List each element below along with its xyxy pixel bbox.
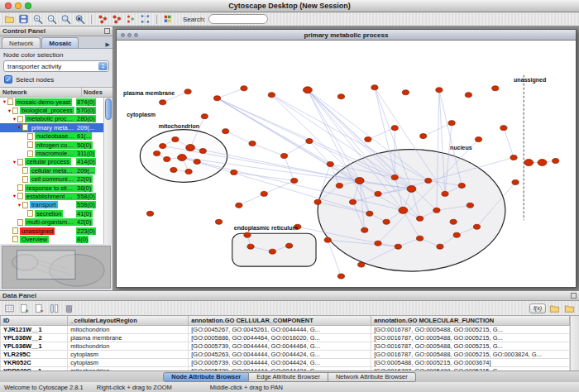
network-node[interactable] <box>213 96 220 101</box>
expand-twisty-icon[interactable]: ▼ <box>12 117 17 122</box>
tree-row[interactable]: unassigned223(0) <box>0 227 103 235</box>
network-node[interactable] <box>492 86 499 91</box>
network-node[interactable] <box>186 145 195 151</box>
tree-row[interactable]: multi-organism pr...42(0) <box>0 218 103 226</box>
tab-overflow-arrow-icon[interactable]: ▶ <box>103 41 112 48</box>
network-node[interactable] <box>223 129 229 134</box>
export-attributes-icon[interactable] <box>563 303 576 314</box>
network-node[interactable] <box>383 219 390 224</box>
network-node[interactable] <box>553 159 559 164</box>
network-node[interactable] <box>442 191 448 196</box>
tree-row[interactable]: nucleobase-co...61(... <box>0 132 103 141</box>
network-node[interactable] <box>510 155 517 160</box>
tree-row[interactable]: ▼mosaic-demo-yeast874(0) <box>0 98 103 106</box>
network-node[interactable] <box>436 88 443 93</box>
network-node[interactable] <box>184 89 191 94</box>
close-button[interactable] <box>5 2 12 9</box>
node-color-dropdown[interactable]: transporter activity ▲▼ <box>3 60 109 72</box>
search-input[interactable] <box>208 14 268 24</box>
network-node[interactable] <box>402 90 409 95</box>
tree-row[interactable]: secretion41(0) <box>0 209 103 218</box>
network-node[interactable] <box>280 154 287 159</box>
network-node[interactable] <box>366 211 373 216</box>
network-node[interactable] <box>420 134 427 139</box>
tree-column-network[interactable]: Network <box>0 88 82 97</box>
tab-network[interactable]: Network <box>2 37 41 48</box>
network-node[interactable] <box>286 243 293 248</box>
table-scrollbar[interactable] <box>570 316 579 370</box>
network-node[interactable] <box>247 244 254 249</box>
network-node[interactable] <box>337 274 344 279</box>
network-node[interactable] <box>425 178 432 183</box>
network-node[interactable] <box>391 126 398 131</box>
float-data-panel-icon[interactable] <box>571 293 577 299</box>
vizmapper-icon[interactable] <box>162 13 175 25</box>
network-node[interactable] <box>450 219 457 224</box>
tab-mosaic[interactable]: Mosaic <box>41 37 79 48</box>
column-header[interactable]: ID <box>1 316 68 325</box>
match-attribute-icon[interactable] <box>48 303 60 314</box>
network-node[interactable] <box>303 87 312 93</box>
window-titlebar[interactable]: Cytoscape Desktop (New Session) <box>0 0 579 12</box>
network-node[interactable] <box>458 183 465 188</box>
expand-twisty-icon[interactable]: ▼ <box>2 99 7 104</box>
network-node[interactable] <box>512 179 519 184</box>
zoom-button[interactable] <box>25 2 31 9</box>
delete-attribute-icon[interactable] <box>33 303 45 314</box>
network-node[interactable] <box>306 139 313 144</box>
frame-maximize-button[interactable] <box>134 33 138 37</box>
network-view-titlebar[interactable]: primary metabolic process <box>117 30 576 41</box>
network-node[interactable] <box>417 236 423 241</box>
tree-row[interactable]: ▼biological_process570(0) <box>0 106 103 114</box>
network-node[interactable] <box>336 183 342 188</box>
tree-row[interactable]: ▼metabolic process280(0) <box>0 115 103 123</box>
network-node[interactable] <box>199 149 206 154</box>
table-row[interactable]: YJR121W__1mitochondrion[GO:0045267, GO:0… <box>1 325 570 333</box>
network-node[interactable] <box>201 114 208 119</box>
column-header[interactable]: _cellularLayoutRegion <box>68 316 189 325</box>
network-node[interactable] <box>236 203 242 208</box>
formula-builder-button[interactable]: f(x) <box>529 304 546 313</box>
network-node[interactable] <box>355 177 364 184</box>
expand-twisty-icon[interactable]: ▼ <box>12 194 17 198</box>
network-node[interactable] <box>327 162 333 167</box>
network-node[interactable] <box>395 244 401 249</box>
tab-network-attribute-browser[interactable]: Network Attribute Browser <box>328 372 416 382</box>
network-node[interactable] <box>194 160 200 165</box>
network-node[interactable] <box>358 262 365 267</box>
frame-close-button[interactable] <box>121 33 125 37</box>
network-node[interactable] <box>314 199 321 204</box>
save-session-icon[interactable] <box>17 13 30 25</box>
network-node[interactable] <box>473 224 480 229</box>
network-node[interactable] <box>417 216 423 221</box>
minimize-button[interactable] <box>15 2 22 9</box>
create-attribute-icon[interactable] <box>18 303 31 314</box>
network-canvas[interactable]: plasma membranecytoplasmmitochondrionnuc… <box>117 41 576 287</box>
table-row[interactable]: YLR295Ccytoplasm[GO:0045263, GO:0044444,… <box>1 350 570 358</box>
tab-node-attribute-browser[interactable]: Node Attribute Browser <box>163 372 249 382</box>
network-node[interactable] <box>475 137 481 142</box>
tree-scrollbar-thumb[interactable] <box>105 98 112 120</box>
tree-column-nodes[interactable]: Nodes <box>82 88 112 97</box>
network-node[interactable] <box>241 86 247 91</box>
network-node[interactable] <box>160 100 166 105</box>
table-row[interactable]: YKR052Ccytoplasm[GO:0005739, GO:0044444,… <box>1 358 570 366</box>
network-node[interactable] <box>164 157 170 162</box>
network-node[interactable] <box>337 94 344 99</box>
table-row[interactable]: YPL036W__2plasma membrane[GO:0005886, GO… <box>1 333 570 342</box>
select-attributes-icon[interactable] <box>3 303 16 314</box>
open-session-icon[interactable] <box>3 13 16 25</box>
import-attributes-icon[interactable] <box>548 303 561 314</box>
tree-row[interactable]: nitrogen compo...50(0) <box>0 141 103 149</box>
network-node[interactable] <box>453 232 460 237</box>
tree-row[interactable]: ▼transport558(0) <box>0 201 103 209</box>
network-node[interactable] <box>407 185 416 192</box>
tree-row[interactable]: response to stimu...38(0) <box>0 184 103 192</box>
network-node[interactable] <box>244 232 251 237</box>
zoom-out-icon[interactable]: − <box>45 13 58 25</box>
tree-scrollbar[interactable] <box>103 98 112 244</box>
network-node[interactable] <box>261 191 267 196</box>
tree-row[interactable]: cell communica...22(0) <box>0 175 103 184</box>
network-node[interactable] <box>465 93 471 98</box>
delete-row-icon[interactable] <box>63 303 75 314</box>
